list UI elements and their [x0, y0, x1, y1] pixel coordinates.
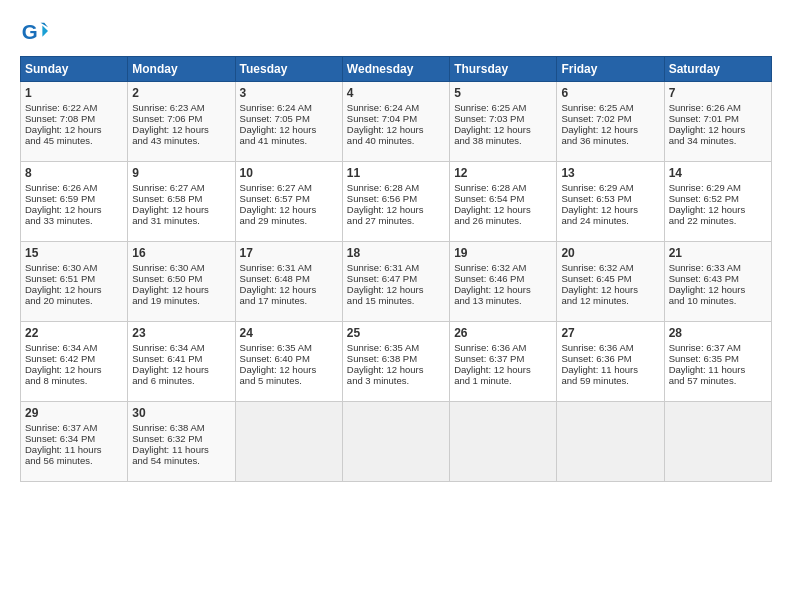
day-info: and 8 minutes.	[25, 375, 87, 386]
day-info: Sunset: 7:01 PM	[669, 113, 739, 124]
day-info: Sunset: 6:43 PM	[669, 273, 739, 284]
day-info: Sunset: 6:51 PM	[25, 273, 95, 284]
day-info: Daylight: 12 hours	[561, 124, 638, 135]
day-info: Daylight: 11 hours	[132, 444, 209, 455]
day-info: Sunrise: 6:35 AM	[347, 342, 419, 353]
day-info: Sunset: 6:38 PM	[347, 353, 417, 364]
day-info: and 6 minutes.	[132, 375, 194, 386]
day-info: Sunrise: 6:22 AM	[25, 102, 97, 113]
calendar-cell: 11Sunrise: 6:28 AMSunset: 6:56 PMDayligh…	[342, 162, 449, 242]
calendar-cell: 12Sunrise: 6:28 AMSunset: 6:54 PMDayligh…	[450, 162, 557, 242]
calendar-cell: 14Sunrise: 6:29 AMSunset: 6:52 PMDayligh…	[664, 162, 771, 242]
day-info: and 3 minutes.	[347, 375, 409, 386]
day-info: Sunrise: 6:29 AM	[669, 182, 741, 193]
calendar-cell: 24Sunrise: 6:35 AMSunset: 6:40 PMDayligh…	[235, 322, 342, 402]
svg-text:G: G	[22, 20, 38, 43]
day-info: and 29 minutes.	[240, 215, 308, 226]
day-info: Daylight: 12 hours	[240, 204, 317, 215]
day-info: Sunrise: 6:31 AM	[347, 262, 419, 273]
day-info: Sunrise: 6:30 AM	[132, 262, 204, 273]
day-number: 20	[561, 246, 659, 260]
day-info: Daylight: 12 hours	[454, 284, 531, 295]
day-info: and 12 minutes.	[561, 295, 629, 306]
day-info: Sunset: 7:05 PM	[240, 113, 310, 124]
day-info: Sunset: 6:52 PM	[669, 193, 739, 204]
calendar-cell: 1Sunrise: 6:22 AMSunset: 7:08 PMDaylight…	[21, 82, 128, 162]
day-info: Sunrise: 6:23 AM	[132, 102, 204, 113]
day-info: Sunrise: 6:37 AM	[669, 342, 741, 353]
day-info: Daylight: 12 hours	[454, 124, 531, 135]
day-number: 18	[347, 246, 445, 260]
day-info: and 24 minutes.	[561, 215, 629, 226]
day-number: 12	[454, 166, 552, 180]
calendar-cell	[664, 402, 771, 482]
day-info: Daylight: 12 hours	[347, 364, 424, 375]
day-info: and 41 minutes.	[240, 135, 308, 146]
day-info: Sunrise: 6:26 AM	[25, 182, 97, 193]
day-info: Sunrise: 6:25 AM	[561, 102, 633, 113]
day-info: and 34 minutes.	[669, 135, 737, 146]
calendar-cell: 10Sunrise: 6:27 AMSunset: 6:57 PMDayligh…	[235, 162, 342, 242]
day-number: 19	[454, 246, 552, 260]
day-info: and 38 minutes.	[454, 135, 522, 146]
calendar-cell: 15Sunrise: 6:30 AMSunset: 6:51 PMDayligh…	[21, 242, 128, 322]
col-header-friday: Friday	[557, 57, 664, 82]
day-info: Sunset: 6:42 PM	[25, 353, 95, 364]
calendar-cell: 28Sunrise: 6:37 AMSunset: 6:35 PMDayligh…	[664, 322, 771, 402]
day-info: Sunset: 6:34 PM	[25, 433, 95, 444]
day-info: and 10 minutes.	[669, 295, 737, 306]
day-info: Daylight: 12 hours	[132, 204, 209, 215]
day-info: Sunrise: 6:31 AM	[240, 262, 312, 273]
day-info: Sunrise: 6:32 AM	[454, 262, 526, 273]
calendar-cell: 17Sunrise: 6:31 AMSunset: 6:48 PMDayligh…	[235, 242, 342, 322]
day-info: Sunset: 6:36 PM	[561, 353, 631, 364]
day-info: Daylight: 12 hours	[561, 284, 638, 295]
day-info: and 33 minutes.	[25, 215, 93, 226]
day-info: Sunset: 6:35 PM	[669, 353, 739, 364]
calendar-cell: 30Sunrise: 6:38 AMSunset: 6:32 PMDayligh…	[128, 402, 235, 482]
day-number: 23	[132, 326, 230, 340]
day-number: 7	[669, 86, 767, 100]
day-info: Sunset: 6:54 PM	[454, 193, 524, 204]
day-info: Daylight: 12 hours	[240, 364, 317, 375]
day-number: 16	[132, 246, 230, 260]
col-header-sunday: Sunday	[21, 57, 128, 82]
day-info: Daylight: 12 hours	[669, 204, 746, 215]
day-info: Sunrise: 6:36 AM	[561, 342, 633, 353]
day-info: Sunset: 6:45 PM	[561, 273, 631, 284]
day-info: and 22 minutes.	[669, 215, 737, 226]
calendar-cell: 23Sunrise: 6:34 AMSunset: 6:41 PMDayligh…	[128, 322, 235, 402]
calendar-cell: 8Sunrise: 6:26 AMSunset: 6:59 PMDaylight…	[21, 162, 128, 242]
day-number: 25	[347, 326, 445, 340]
day-number: 17	[240, 246, 338, 260]
day-number: 9	[132, 166, 230, 180]
day-info: Sunset: 6:46 PM	[454, 273, 524, 284]
calendar-cell: 26Sunrise: 6:36 AMSunset: 6:37 PMDayligh…	[450, 322, 557, 402]
day-info: Daylight: 12 hours	[25, 204, 102, 215]
day-info: Sunrise: 6:26 AM	[669, 102, 741, 113]
calendar-table: SundayMondayTuesdayWednesdayThursdayFrid…	[20, 56, 772, 482]
day-info: Sunrise: 6:25 AM	[454, 102, 526, 113]
day-info: Sunrise: 6:30 AM	[25, 262, 97, 273]
calendar-cell: 22Sunrise: 6:34 AMSunset: 6:42 PMDayligh…	[21, 322, 128, 402]
col-header-wednesday: Wednesday	[342, 57, 449, 82]
day-info: Daylight: 12 hours	[561, 204, 638, 215]
calendar-cell: 7Sunrise: 6:26 AMSunset: 7:01 PMDaylight…	[664, 82, 771, 162]
day-info: Daylight: 12 hours	[240, 284, 317, 295]
day-info: Sunset: 6:48 PM	[240, 273, 310, 284]
day-number: 15	[25, 246, 123, 260]
day-info: and 45 minutes.	[25, 135, 93, 146]
day-info: and 40 minutes.	[347, 135, 415, 146]
day-number: 28	[669, 326, 767, 340]
day-info: Daylight: 11 hours	[669, 364, 746, 375]
header: G	[20, 18, 772, 46]
day-info: Sunset: 6:58 PM	[132, 193, 202, 204]
calendar-cell: 9Sunrise: 6:27 AMSunset: 6:58 PMDaylight…	[128, 162, 235, 242]
calendar-cell: 19Sunrise: 6:32 AMSunset: 6:46 PMDayligh…	[450, 242, 557, 322]
day-number: 26	[454, 326, 552, 340]
day-info: Sunrise: 6:35 AM	[240, 342, 312, 353]
day-info: Daylight: 12 hours	[669, 284, 746, 295]
day-info: Sunrise: 6:33 AM	[669, 262, 741, 273]
day-info: Sunrise: 6:29 AM	[561, 182, 633, 193]
svg-marker-1	[42, 25, 48, 36]
